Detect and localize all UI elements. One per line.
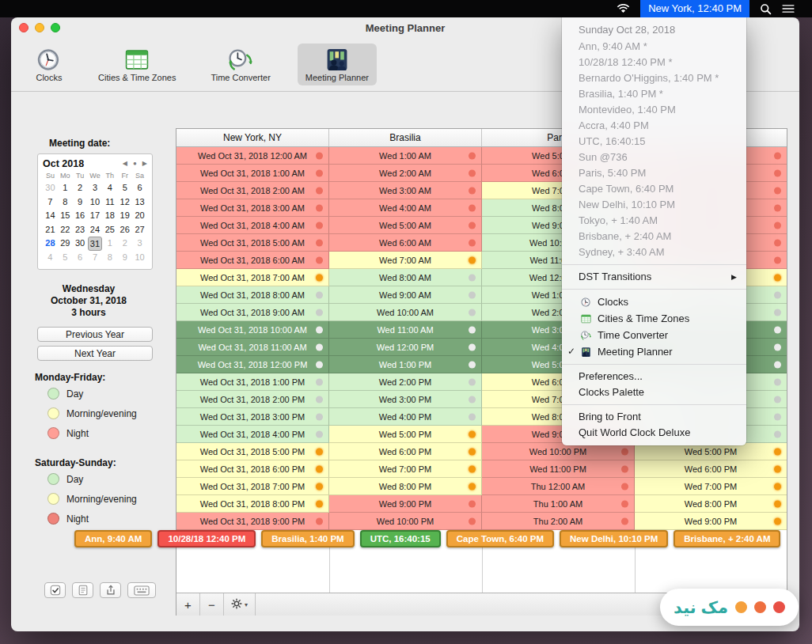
previous-year-button[interactable]: Previous Year bbox=[37, 327, 153, 342]
planner-cell[interactable]: Wed Oct 31, 2018 11:00 AM bbox=[176, 339, 329, 356]
time-chip-utc[interactable]: UTC, 16:40:15 bbox=[360, 530, 441, 547]
calendar-day[interactable]: 18 bbox=[102, 209, 117, 223]
planner-cell[interactable]: Wed 3:00 PM bbox=[329, 391, 482, 408]
planner-cell[interactable]: Wed 1:00 PM bbox=[329, 356, 482, 373]
calendar-day[interactable]: 7 bbox=[43, 195, 58, 210]
planner-cell[interactable]: Wed Oct 31, 2018 6:00 PM bbox=[176, 460, 329, 478]
calendar-day[interactable]: 9 bbox=[73, 195, 88, 210]
planner-cell[interactable]: Thu 1:00 AM bbox=[482, 495, 635, 513]
menu-item-quit[interactable]: Quit World Clock Deluxe bbox=[562, 425, 746, 441]
planner-cell[interactable]: Wed 7:00 PM bbox=[329, 460, 482, 478]
toolbar-item-cities-time-zones[interactable]: Cities & Time Zones bbox=[90, 44, 184, 85]
keyboard-tool-button[interactable] bbox=[127, 582, 156, 598]
calendar-day[interactable]: 27 bbox=[132, 223, 147, 237]
menu-item-clocks-palette[interactable]: Clocks Palette bbox=[562, 385, 746, 400]
calendar-today-icon[interactable]: ● bbox=[133, 160, 137, 168]
calendar-day[interactable]: 10 bbox=[88, 195, 103, 210]
planner-cell[interactable]: Wed 10:00 AM bbox=[329, 304, 482, 321]
calendar-day[interactable]: 25 bbox=[102, 223, 117, 237]
time-chip-brisbane[interactable]: Brisbane, + 2:40 AM bbox=[674, 530, 780, 547]
calendar-day[interactable]: 1 bbox=[58, 181, 73, 195]
next-year-button[interactable]: Next Year bbox=[37, 346, 153, 361]
column-header-brasilia[interactable]: Brasilia bbox=[329, 129, 482, 146]
planner-cell[interactable]: Wed 8:00 PM bbox=[635, 495, 787, 513]
calendar-day[interactable]: 10 bbox=[132, 251, 147, 265]
planner-cell[interactable]: Wed 11:00 PM bbox=[482, 460, 635, 478]
planner-cell[interactable]: Wed 7:00 PM bbox=[635, 478, 787, 495]
calendar-day[interactable]: 2 bbox=[117, 237, 132, 251]
calendar-day[interactable]: 6 bbox=[73, 251, 88, 265]
calendar-day-selected[interactable]: 31 bbox=[88, 237, 103, 251]
planner-cell[interactable]: Wed Oct 31, 2018 4:00 PM bbox=[176, 426, 329, 443]
planner-cell[interactable]: Wed Oct 31, 2018 2:00 PM bbox=[176, 391, 329, 408]
planner-cell[interactable]: Wed 7:00 AM bbox=[329, 252, 482, 269]
planner-cell[interactable]: Wed 10:00 PM bbox=[482, 443, 635, 460]
planner-cell[interactable]: Wed Oct 31, 2018 8:00 AM bbox=[176, 286, 329, 304]
planner-cell[interactable]: Wed Oct 31, 2018 5:00 PM bbox=[176, 443, 329, 460]
calendar-day[interactable]: 20 bbox=[132, 209, 147, 223]
planner-cell[interactable]: Wed Oct 31, 2018 2:00 AM bbox=[176, 182, 329, 199]
calendar-day[interactable]: 30 bbox=[73, 237, 88, 251]
calendar-prev-icon[interactable]: ◀ bbox=[123, 160, 127, 168]
calendar-day[interactable]: 24 bbox=[88, 223, 103, 237]
calendar-day[interactable]: 13 bbox=[132, 195, 147, 210]
calendar-day[interactable]: 12 bbox=[117, 195, 132, 210]
calendar-day[interactable]: 7 bbox=[88, 251, 103, 265]
planner-cell[interactable]: Wed Oct 31, 2018 9:00 AM bbox=[176, 304, 329, 321]
calendar-day-today[interactable]: 28 bbox=[43, 237, 58, 251]
zoom-button[interactable] bbox=[51, 23, 60, 32]
planner-cell[interactable]: Wed Oct 31, 2018 4:00 AM bbox=[176, 217, 329, 234]
toolbar-item-meeting-planner[interactable]: Meeting Planner bbox=[298, 44, 377, 85]
column-header-new-york-ny[interactable]: New York, NY bbox=[176, 129, 329, 146]
calendar-day[interactable]: 17 bbox=[88, 209, 103, 223]
planner-cell[interactable]: Wed 9:00 PM bbox=[635, 513, 787, 530]
calendar-day[interactable]: 11 bbox=[102, 195, 117, 210]
planner-cell[interactable]: Wed 8:00 AM bbox=[329, 269, 482, 286]
planner-cell[interactable]: Wed Oct 31, 2018 9:00 PM bbox=[176, 513, 329, 530]
planner-cell[interactable]: Wed 9:00 AM bbox=[329, 286, 482, 304]
planner-cell[interactable]: Wed Oct 31, 2018 12:00 AM bbox=[176, 147, 329, 165]
planner-cell[interactable]: Wed 12:00 PM bbox=[329, 339, 482, 356]
menu-item-preferences[interactable]: Preferences... bbox=[562, 369, 746, 385]
planner-cell[interactable]: Wed 9:00 PM bbox=[329, 495, 482, 513]
actions-gear-button[interactable]: ▾ bbox=[224, 593, 256, 616]
planner-cell[interactable]: Wed 6:00 AM bbox=[329, 234, 482, 252]
calendar-day[interactable]: 4 bbox=[102, 181, 117, 195]
planner-cell[interactable]: Wed 5:00 PM bbox=[635, 443, 787, 460]
calendar-day[interactable]: 9 bbox=[117, 251, 132, 265]
wifi-icon[interactable] bbox=[617, 4, 630, 13]
planner-cell[interactable]: Wed Oct 31, 2018 6:00 AM bbox=[176, 252, 329, 269]
calendar-day[interactable]: 14 bbox=[43, 209, 58, 223]
planner-cell[interactable]: Wed Oct 31, 2018 5:00 AM bbox=[176, 234, 329, 252]
planner-cell[interactable]: Wed Oct 31, 2018 1:00 PM bbox=[176, 373, 329, 391]
calendar-day[interactable]: 2 bbox=[73, 181, 88, 195]
planner-cell[interactable]: Wed 6:00 PM bbox=[635, 460, 787, 478]
notification-list-icon[interactable] bbox=[782, 4, 795, 13]
planner-cell[interactable]: Wed Oct 31, 2018 1:00 AM bbox=[176, 165, 329, 182]
planner-cell[interactable]: Wed 6:00 PM bbox=[329, 443, 482, 460]
time-chip-ann[interactable]: Ann, 9:40 AM bbox=[74, 530, 152, 547]
planner-cell[interactable]: Thu 12:00 AM bbox=[482, 478, 635, 495]
calendar-day[interactable]: 1 bbox=[102, 237, 117, 251]
planner-cell[interactable]: Wed Oct 31, 2018 3:00 PM bbox=[176, 408, 329, 426]
calendar-day[interactable]: 5 bbox=[117, 181, 132, 195]
menu-item-time-converter[interactable]: Time Converter bbox=[562, 327, 746, 343]
share-tool-button[interactable] bbox=[100, 582, 121, 598]
calendar-day[interactable]: 5 bbox=[58, 251, 73, 265]
planner-cell[interactable]: Wed 3:00 AM bbox=[329, 182, 482, 199]
calendar-day[interactable]: 26 bbox=[117, 223, 132, 237]
planner-cell[interactable]: Wed 10:00 PM bbox=[329, 513, 482, 530]
calendar-day[interactable]: 3 bbox=[132, 237, 147, 251]
planner-cell[interactable]: Wed 4:00 AM bbox=[329, 199, 482, 217]
calendar-day[interactable]: 4 bbox=[43, 251, 58, 265]
menu-item-dst-transitions[interactable]: ▶ DST Transitions bbox=[562, 269, 746, 285]
close-button[interactable] bbox=[19, 23, 28, 32]
calendar-day[interactable]: 3 bbox=[88, 181, 103, 195]
calendar-day[interactable]: 16 bbox=[73, 209, 88, 223]
menu-item-clocks[interactable]: Clocks bbox=[562, 294, 746, 310]
menubar-clock-item[interactable]: New York, 12:40 PM bbox=[640, 0, 749, 17]
menu-item-meeting-planner[interactable]: ✓Meeting Planner bbox=[562, 343, 746, 360]
planner-cell[interactable]: Wed Oct 31, 2018 3:00 AM bbox=[176, 199, 329, 217]
planner-cell[interactable]: Wed 8:00 PM bbox=[329, 478, 482, 495]
calendar-day[interactable]: 8 bbox=[58, 195, 73, 210]
